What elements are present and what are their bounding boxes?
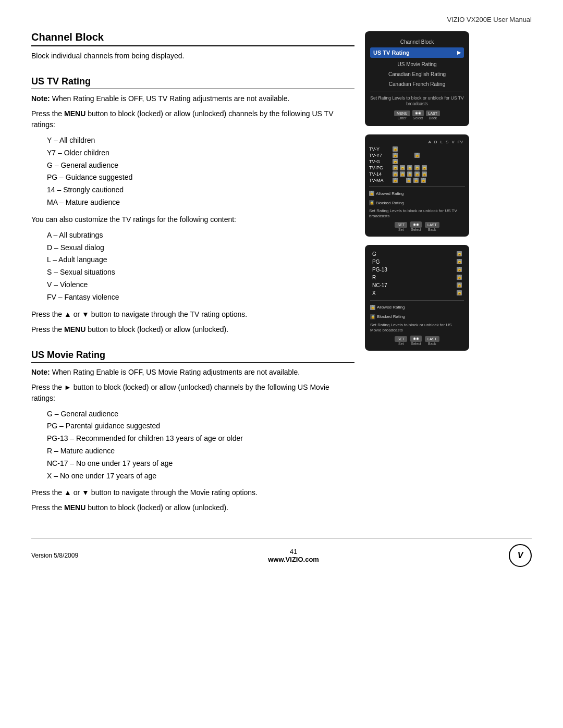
list-item: NC-17 – No one under 17 years of age	[47, 458, 354, 470]
btn-back-group2: LAST Back	[425, 222, 439, 231]
list-item: PG-13 – Recommended for children 13 year…	[47, 433, 354, 445]
rating-row-tvpg: TV-PG 🔒 🔒 🔒 🔒 🔒	[369, 165, 465, 170]
btn-select-movie-btn[interactable]: ◉◉	[410, 336, 422, 342]
lock-icon: 🔒	[414, 165, 420, 170]
lock-icon: 🔒	[422, 171, 427, 177]
movie-label-r: R	[372, 275, 376, 280]
lock-icon: 🔒	[421, 178, 426, 183]
us-movie-note: Note: When Rating Enable is OFF, US Movi…	[31, 367, 354, 378]
rating-label-tvma: TV-MA	[369, 178, 393, 183]
movie-row-pg: PG 🔒	[370, 258, 464, 266]
movie-legend-allowed: 🔒 Allowed Rating	[370, 305, 464, 310]
rating-icons-tvma: 🔒 🔒 🔒 🔒	[393, 178, 426, 183]
lock-icon: 🔒	[407, 165, 412, 170]
footer-version: Version 5/8/2009	[31, 552, 78, 559]
page-header: VIZIO VX200E User Manual	[447, 16, 532, 23]
lock-icon: 🔒	[414, 153, 420, 158]
menu-item-canadian-french: Canadian French Rating	[370, 80, 464, 89]
lock-icon: 🔒	[406, 178, 411, 183]
page-number: 41	[268, 548, 319, 556]
rating-legend: 🔒 Allowed Rating	[369, 191, 465, 196]
list-item: PG – Guidance suggested	[47, 171, 354, 184]
rating-row-tvma: TV-MA 🔒 🔒 🔒 🔒	[369, 178, 465, 183]
legend-allowed2-label: Allowed Rating	[377, 305, 405, 310]
menu-item-label: US TV Rating	[373, 50, 410, 56]
btn-enter-label: Enter	[394, 116, 410, 120]
blocked-icon: 🔒	[369, 200, 374, 205]
lock-icon: 🔒	[393, 171, 398, 177]
lock-icon: 🔒	[393, 165, 398, 170]
btn-back[interactable]: LAST	[426, 110, 440, 116]
btn-back-movie-btn[interactable]: LAST	[425, 336, 439, 342]
list-item: PG – Parental guidance suggested	[47, 420, 354, 433]
btn-menu[interactable]: MENU	[394, 110, 410, 116]
col-l: L	[440, 140, 443, 144]
btn-enter-group: MENU Enter	[394, 110, 410, 120]
list-item: D – Sexual dialog	[47, 242, 354, 254]
channel-block-desc: Block individual channels from being dis…	[31, 51, 354, 61]
rating-label-tvy: TV-Y	[369, 146, 393, 152]
menu-item-channel-block: Channel Block	[370, 38, 464, 46]
allowed-icon2: 🔒	[370, 305, 375, 310]
list-item: FV – Fantasy violence	[47, 291, 354, 304]
btn-select-movie: ◉◉ Select	[410, 336, 422, 346]
rating-icons-tvy: 🔒	[393, 146, 398, 152]
list-item: V – Violence	[47, 279, 354, 291]
movie-row-pg13: PG-13 🔒	[370, 266, 464, 274]
rating-label-tvy7: TV-Y7	[369, 153, 393, 158]
btn-select2[interactable]: ◉◉	[410, 221, 422, 228]
us-tv-navigate: Press the ▲ or ▼ button to navigate thro…	[31, 309, 354, 320]
blocked-icon2: 🔒	[370, 314, 375, 319]
btn-set-movie-btn[interactable]: SET	[395, 336, 407, 342]
footer: Version 5/8/2009 41 www.VIZIO.com V	[31, 538, 532, 567]
rating-icons-tvpg: 🔒 🔒 🔒 🔒 🔒	[393, 165, 427, 170]
list-item: MA – Mature audience	[47, 196, 354, 209]
us-tv-rating-title: US TV Rating	[31, 76, 354, 89]
btn-set-movie: SET Set	[395, 336, 407, 346]
us-tv-rating-section: US TV Rating Note: When Rating Enable is…	[31, 76, 354, 335]
list-item: Y7 – Older children	[47, 147, 354, 159]
manual-title: VIZIO VX200E User Manual	[447, 16, 532, 23]
btn-set-label: Set	[395, 228, 407, 231]
btn-set-group: SET Set	[395, 222, 407, 231]
btn-select[interactable]: ◉◉	[412, 110, 424, 116]
btn-set-movie-label: Set	[395, 342, 407, 346]
lock-icon: 🔒	[400, 165, 405, 170]
btn-select-movie-label: Select	[410, 342, 422, 346]
lock-icon: 🔒	[400, 171, 405, 177]
btn-select-group2: ◉◉ Select	[410, 221, 422, 231]
rating-icons-tv14: 🔒 🔒 🔒 🔒 🔒	[393, 171, 427, 177]
btn-back2[interactable]: LAST	[425, 222, 439, 228]
us-movie-navigate: Press the ▲ or ▼ button to navigate thro…	[31, 487, 354, 498]
legend-blocked2-label: Blocked Rating	[377, 314, 405, 319]
channel-block-title: Channel Block	[31, 31, 354, 46]
rating-label-tvg: TV-G	[369, 159, 393, 164]
rating-icons-tvg: 🔒	[393, 159, 398, 164]
movie-buttons: SET Set ◉◉ Select LAST Back	[370, 336, 464, 346]
footer-website: www.VIZIO.com	[268, 556, 319, 563]
grid-divider	[369, 186, 465, 187]
btn-back2-label: Back	[425, 228, 439, 231]
rating-legend-blocked: 🔒 Blocked Rating	[369, 200, 465, 205]
movie-label-pg13: PG-13	[372, 267, 387, 273]
list-item: R – Mature audience	[47, 445, 354, 458]
us-movie-note-text: When Rating Enable is OFF, US Movie Rati…	[50, 368, 300, 376]
us-movie-rating-title: US Movie Rating	[31, 350, 354, 363]
left-column: Channel Block Block individual channels …	[31, 31, 354, 517]
lock-icon: 🔒	[422, 165, 427, 170]
rating-row-tvy: TV-Y 🔒	[369, 146, 465, 152]
us-tv-para2: You can also customize the TV ratings fo…	[31, 214, 354, 225]
footer-center: 41 www.VIZIO.com	[268, 548, 319, 563]
lock-icon: 🔒	[457, 267, 462, 272]
legend-blocked-label: Blocked Rating	[376, 201, 404, 205]
btn-set[interactable]: SET	[395, 222, 407, 228]
lock-icon: 🔒	[393, 159, 398, 164]
movie-row-g: G 🔒	[370, 250, 464, 258]
col-s: S	[446, 140, 448, 144]
allowed-icon: 🔒	[369, 191, 374, 196]
movie-divider	[370, 300, 464, 301]
movie-legend-blocked: 🔒 Blocked Rating	[370, 314, 464, 319]
channel-block-section: Channel Block Block individual channels …	[31, 31, 354, 61]
legend-allowed-label: Allowed Rating	[376, 191, 403, 196]
page-container: VIZIO VX200E User Manual Channel Block B…	[0, 0, 563, 728]
